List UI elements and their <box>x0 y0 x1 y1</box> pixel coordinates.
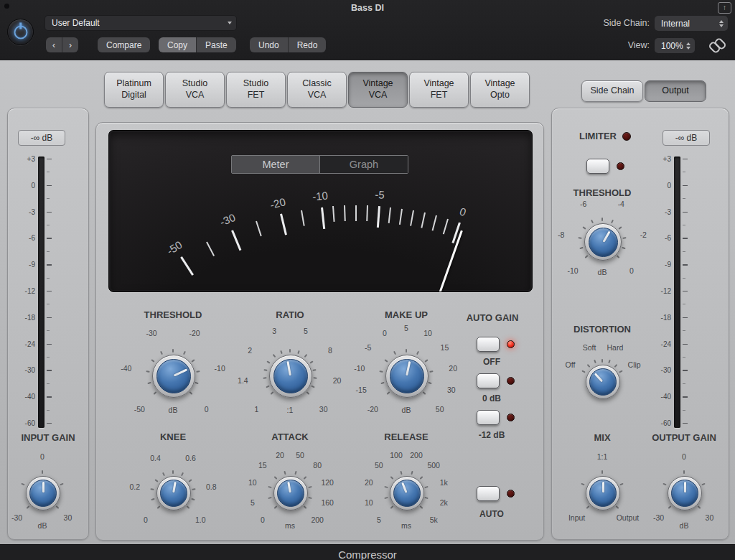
knob-scale-label: 0 <box>40 452 45 461</box>
threshold-knob-dial[interactable] <box>152 355 195 398</box>
knob-tick <box>308 497 312 499</box>
knob-tick <box>188 479 192 482</box>
copy-paste-group: Copy Paste <box>159 37 236 52</box>
tab-meter[interactable]: Meter <box>232 156 319 173</box>
view-zoom-dropdown[interactable]: 100% <box>655 38 695 53</box>
auto-release-label: AUTO <box>463 509 520 519</box>
knob-tick <box>400 470 402 474</box>
mix-knob-dial[interactable] <box>586 476 620 510</box>
meter-scale-label: -9 <box>17 261 35 269</box>
auto-gain-off-button[interactable] <box>477 337 500 352</box>
knob-scale-label: 0.6 <box>185 454 196 462</box>
model-studio-vca[interactable]: Studio VCA <box>165 72 225 108</box>
tab-graph[interactable]: Graph <box>319 156 408 173</box>
knob-tick <box>156 505 160 509</box>
knob-tick <box>263 369 267 371</box>
attack-knob-dial[interactable] <box>273 476 308 510</box>
knob-tick <box>384 497 388 499</box>
bypass-power-button[interactable] <box>7 19 34 45</box>
vu-scale-label: -10 <box>312 189 329 202</box>
knob-scale-label: 80 <box>313 461 322 470</box>
knob-cap <box>160 480 187 507</box>
knob-tick <box>266 385 269 388</box>
vu-tick <box>180 256 193 276</box>
knob-tick <box>146 370 150 373</box>
vu-tick <box>231 230 241 251</box>
knob-scale-label: 0 <box>383 329 387 337</box>
limiter-button[interactable] <box>586 159 609 174</box>
output-gain-knob-dial[interactable] <box>668 476 702 510</box>
track-title: Bass DI <box>0 3 735 13</box>
auto-gain-0db-button[interactable] <box>477 373 500 388</box>
knob-scale-label: 0.2 <box>129 482 140 491</box>
link-icon[interactable] <box>711 38 725 52</box>
knob-cap <box>156 359 191 393</box>
ratio-knob-dial[interactable] <box>269 355 312 398</box>
stepper-chevrons-icon <box>719 20 724 27</box>
limiter-threshold-knob-dial[interactable] <box>584 223 622 261</box>
model-classic-vca[interactable]: Classic VCA <box>287 72 347 108</box>
knob-scale-label: 50 <box>375 461 383 470</box>
knob-pointer <box>174 369 187 377</box>
output-view-button[interactable]: Output <box>645 80 706 102</box>
paste-button[interactable]: Paste <box>196 37 236 52</box>
knob-cap <box>273 359 308 393</box>
vu-tick <box>377 206 380 228</box>
knob-tick <box>611 220 614 223</box>
knob-unit-label: dB <box>680 521 689 530</box>
knob-scale-label: 15 <box>441 343 449 352</box>
knob-tick <box>380 382 384 384</box>
knob-scale-label: 20 <box>365 478 373 487</box>
compare-button[interactable]: Compare <box>98 37 150 52</box>
preset-dropdown[interactable]: User Default <box>45 15 237 31</box>
model-vintage-fet[interactable]: Vintage FET <box>409 72 469 108</box>
link-window-icon[interactable]: ↑ <box>718 2 731 14</box>
copy-button[interactable]: Copy <box>159 37 196 52</box>
make-up-knob-dial[interactable] <box>385 355 429 398</box>
undo-button[interactable]: Undo <box>250 37 288 52</box>
knob-tick <box>183 351 186 355</box>
previous-preset-button[interactable]: ‹ <box>46 37 62 52</box>
knob-scale-label: 100 <box>390 451 403 459</box>
limiter-indicator-led <box>622 132 631 141</box>
side-chain-dropdown[interactable]: Internal <box>655 16 728 31</box>
knob-scale-label: -10 <box>215 364 225 373</box>
model-studio-fet[interactable]: Studio FET <box>226 72 286 108</box>
knob-tick <box>263 378 267 380</box>
side-chain-view-button[interactable]: Side Chain <box>581 80 643 102</box>
auto-release-button[interactable] <box>477 486 500 501</box>
knob-scale-label: 5 <box>251 498 255 507</box>
knob-tick <box>26 505 29 509</box>
meter-ticks <box>47 159 52 426</box>
input-gain-knob-dial[interactable] <box>26 476 60 510</box>
vu-tick <box>388 207 391 223</box>
meter-scale-label: -3 <box>17 209 35 216</box>
model-platinum-digital[interactable]: Platinum Digital <box>104 72 164 108</box>
meter-scale-label: -24 <box>652 341 671 348</box>
model-vintage-opto[interactable]: Vintage Opto <box>470 72 530 108</box>
knob-tick <box>579 247 583 249</box>
distortion-knob-dial[interactable] <box>586 365 620 399</box>
knob-tick <box>424 497 428 499</box>
knob-tick <box>151 488 154 490</box>
auto-gain-12db-button[interactable] <box>477 410 500 425</box>
knob-scale-label: 30 <box>64 513 72 522</box>
knob-tick <box>582 370 586 373</box>
meter-scale-label: -40 <box>17 393 35 401</box>
knob-tick <box>419 476 423 480</box>
knee-knob-dial[interactable] <box>156 476 191 510</box>
tab-label: Graph <box>350 159 378 170</box>
release-knob-dial[interactable] <box>390 476 424 510</box>
next-preset-button[interactable]: › <box>62 37 78 52</box>
model-selector: Platinum Digital Studio VCA Studio FET C… <box>104 72 530 108</box>
knob-scale-label: -5 <box>365 343 371 352</box>
model-vintage-vca[interactable]: Vintage VCA <box>348 72 408 108</box>
redo-button[interactable]: Redo <box>288 37 327 52</box>
knob-tick <box>268 497 271 499</box>
auto-gain-0db-label: 0 dB <box>463 393 520 403</box>
knob-tick <box>425 359 429 363</box>
side-chain-label: Side Chain: <box>603 18 650 28</box>
attack-knob: 051015205080120160200ms <box>236 439 344 546</box>
knob-unit-label: dB <box>38 521 47 530</box>
knob-tick <box>309 360 313 363</box>
